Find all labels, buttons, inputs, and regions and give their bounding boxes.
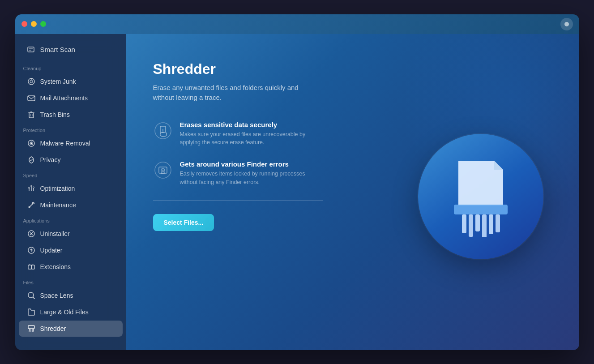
optimization-icon: [27, 184, 36, 193]
section-label-cleanup: Cleanup: [15, 61, 126, 73]
svg-rect-48: [454, 205, 508, 214]
sidebar: Smart Scan Cleanup System Junk: [15, 34, 126, 350]
title-bar: [15, 14, 579, 34]
feature-secure-erase-text: Erases sensitive data securely Makes sur…: [180, 121, 323, 147]
sidebar-item-malware-removal[interactable]: Malware Removal: [19, 135, 123, 151]
feature-finder-errors-desc: Easily removes items locked by running p…: [180, 170, 323, 187]
shredder-sidebar-icon: [27, 324, 36, 333]
system-junk-label: System Junk: [40, 78, 76, 85]
sidebar-item-privacy[interactable]: Privacy: [19, 152, 123, 168]
page-subtitle: Erase any unwanted files and folders qui…: [153, 83, 314, 103]
settings-button[interactable]: [560, 18, 573, 30]
section-label-speed: Speed: [15, 168, 126, 180]
svg-rect-52: [482, 214, 487, 237]
sidebar-item-extensions[interactable]: Extensions: [19, 259, 123, 275]
content-right: [409, 61, 552, 332]
svg-rect-34: [28, 325, 34, 329]
svg-rect-7: [29, 113, 34, 118]
select-files-button[interactable]: Select Files...: [153, 214, 214, 231]
section-label-applications: Applications: [15, 214, 126, 225]
sidebar-item-updater[interactable]: Updater: [19, 242, 123, 258]
feature-secure-erase: Erases sensitive data securely Makes sur…: [153, 121, 391, 147]
uninstaller-icon: [27, 229, 36, 238]
sidebar-item-uninstaller[interactable]: Uninstaller: [19, 226, 123, 242]
secure-erase-icon: [153, 121, 173, 141]
traffic-lights: [21, 21, 46, 27]
svg-point-21: [30, 185, 32, 187]
content-area: Shredder Erase any unwanted files and fo…: [153, 61, 552, 332]
privacy-icon: [27, 155, 36, 164]
large-old-files-icon: [27, 308, 36, 317]
mail-attachments-icon: [27, 94, 36, 103]
smart-scan-icon: [27, 45, 36, 54]
section-label-files: Files: [15, 275, 126, 287]
svg-line-35: [29, 329, 30, 332]
svg-point-22: [33, 187, 34, 188]
sidebar-item-mail-attachments[interactable]: Mail Attachments: [19, 90, 123, 106]
extensions-icon: [27, 262, 36, 271]
maximize-button[interactable]: [40, 21, 46, 27]
sidebar-item-space-lens[interactable]: Space Lens: [19, 287, 123, 304]
feature-finder-errors-text: Gets around various Finder errors Easily…: [180, 160, 323, 187]
malware-removal-icon: [27, 139, 36, 148]
malware-removal-label: Malware Removal: [40, 140, 90, 147]
svg-rect-29: [31, 265, 34, 269]
close-button[interactable]: [21, 21, 27, 27]
app-window: Smart Scan Cleanup System Junk: [15, 14, 579, 350]
space-lens-label: Space Lens: [40, 292, 73, 299]
sidebar-item-maintenance[interactable]: Maintenance: [19, 197, 123, 213]
extensions-label: Extensions: [40, 263, 71, 270]
section-label-protection: Protection: [15, 123, 126, 135]
sidebar-item-trash-bins[interactable]: Trash Bins: [19, 107, 123, 123]
feature-finder-errors-title: Gets around various Finder errors: [180, 160, 323, 168]
sidebar-item-large-old-files[interactable]: Large & Old Files: [19, 304, 123, 320]
feature-secure-erase-desc: Makes sure your erased files are unrecov…: [180, 130, 323, 147]
minimize-button[interactable]: [31, 21, 37, 27]
main-content: Shredder Erase any unwanted files and fo…: [126, 34, 579, 350]
mail-attachments-label: Mail Attachments: [40, 94, 88, 102]
trash-bins-icon: [27, 110, 36, 119]
svg-line-38: [33, 329, 34, 332]
updater-label: Updater: [40, 247, 63, 254]
svg-rect-0: [28, 47, 34, 52]
privacy-label: Privacy: [40, 156, 61, 163]
system-junk-icon: [27, 77, 36, 86]
svg-point-42: [162, 131, 163, 133]
maintenance-label: Maintenance: [40, 201, 76, 209]
trash-bins-label: Trash Bins: [40, 111, 70, 118]
svg-rect-51: [475, 214, 480, 231]
shredder-svg: [445, 156, 517, 237]
uninstaller-label: Uninstaller: [40, 230, 70, 237]
sidebar-item-shredder[interactable]: Shredder: [19, 321, 123, 337]
feature-secure-erase-title: Erases sensitive data securely: [180, 121, 323, 128]
optimization-label: Optimization: [40, 185, 75, 192]
svg-rect-49: [462, 214, 466, 233]
smart-scan-label: Smart Scan: [40, 46, 75, 53]
svg-rect-53: [489, 214, 493, 234]
sidebar-item-system-junk[interactable]: System Junk: [19, 73, 123, 90]
large-old-files-label: Large & Old Files: [40, 308, 89, 316]
svg-rect-50: [469, 214, 473, 237]
feature-finder-errors: Gets around various Finder errors Easily…: [153, 160, 391, 187]
space-lens-icon: [27, 291, 36, 300]
page-title: Shredder: [153, 61, 391, 77]
shredder-illustration: [418, 134, 543, 259]
settings-dot: [564, 22, 569, 26]
finder-errors-icon: [153, 160, 173, 180]
shredder-label: Shredder: [40, 325, 66, 332]
maintenance-icon: [27, 201, 36, 210]
svg-point-46: [162, 170, 163, 171]
svg-rect-28: [28, 265, 31, 269]
sidebar-item-optimization[interactable]: Optimization: [19, 180, 123, 197]
app-body: Smart Scan Cleanup System Junk: [15, 34, 579, 350]
content-left: Shredder Erase any unwanted files and fo…: [153, 61, 409, 332]
svg-rect-54: [496, 214, 500, 232]
updater-icon: [27, 246, 36, 255]
sidebar-item-smart-scan[interactable]: Smart Scan: [19, 42, 123, 58]
svg-point-20: [28, 187, 30, 188]
svg-point-4: [30, 80, 33, 83]
svg-line-33: [33, 297, 34, 299]
content-divider: [153, 200, 323, 201]
